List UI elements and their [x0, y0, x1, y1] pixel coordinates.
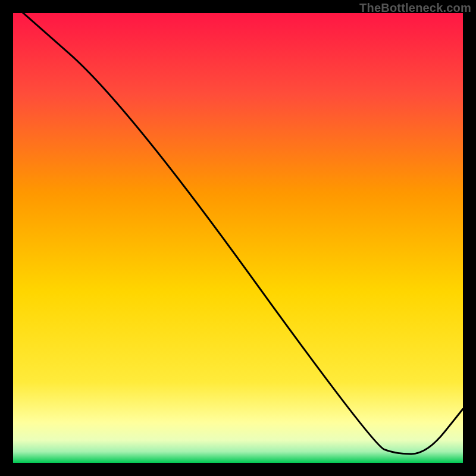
- chart-container: TheBottleneck.com: [0, 0, 476, 476]
- chart-svg: [13, 13, 463, 463]
- plot-area: [13, 13, 463, 463]
- gradient-background: [13, 13, 463, 463]
